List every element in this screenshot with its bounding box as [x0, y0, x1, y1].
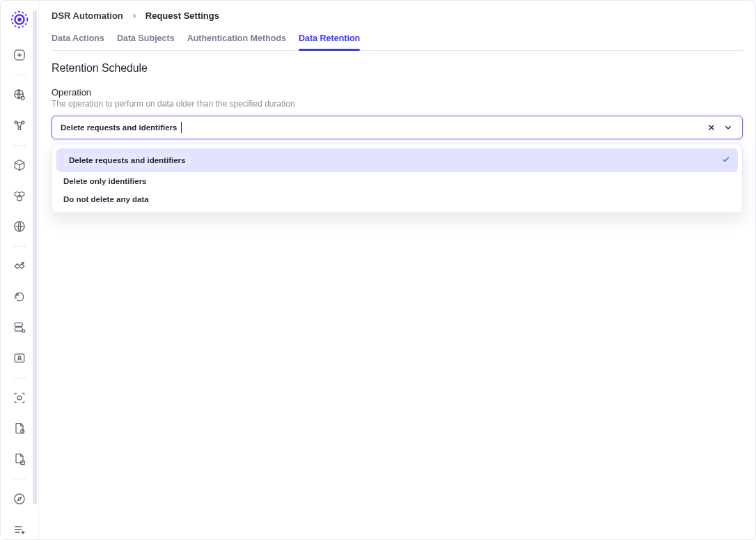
nav-compass-icon[interactable]: [10, 489, 29, 509]
nav-globe-gear-icon[interactable]: [10, 85, 29, 105]
svg-point-17: [17, 396, 22, 400]
chevron-right-icon: [130, 12, 139, 20]
sidebar: [1, 1, 38, 539]
nav-plus-icon[interactable]: [10, 45, 29, 65]
text-cursor: [181, 122, 182, 133]
operation-dropdown: Delete requests and identifiers Delete o…: [52, 144, 743, 213]
option-label: Delete only identifiers: [63, 177, 147, 185]
svg-point-16: [18, 356, 21, 359]
field-operation: Operation The operation to perform on da…: [52, 87, 743, 139]
tab-data-subjects[interactable]: Data Subjects: [117, 31, 175, 50]
app-logo[interactable]: [9, 9, 30, 30]
option-label: Delete requests and identifiers: [63, 153, 191, 167]
breadcrumb-parent[interactable]: DSR Automation: [52, 10, 123, 21]
svg-point-20: [15, 494, 24, 504]
nav-doc-check-icon[interactable]: [10, 419, 29, 438]
svg-point-14: [22, 330, 25, 332]
app-root: DSR Automation Request Settings Data Act…: [0, 0, 756, 540]
nav-server-gear-icon[interactable]: [10, 318, 29, 337]
nav-globe-icon[interactable]: [10, 217, 29, 236]
operation-combobox[interactable]: Delete requests and identifiers: [52, 116, 743, 139]
nav-scan-icon[interactable]: [10, 388, 29, 408]
option-delete-only-identifiers[interactable]: Delete only identifiers: [56, 172, 738, 190]
option-label: Do not delete any data: [63, 195, 149, 203]
check-icon: [721, 155, 731, 166]
tab-authentication-methods[interactable]: Authentication Methods: [187, 31, 286, 50]
field-label: Operation: [52, 87, 743, 98]
nav-id-card-icon[interactable]: [10, 348, 29, 368]
field-help: The operation to perform on data older t…: [52, 99, 743, 109]
nav-cube-icon[interactable]: [10, 155, 29, 175]
section-title: Retention Schedule: [52, 62, 743, 75]
chevron-down-icon[interactable]: [720, 119, 737, 136]
breadcrumb: DSR Automation Request Settings: [52, 10, 743, 21]
sidebar-scrollbar[interactable]: [33, 10, 37, 504]
svg-point-10: [22, 262, 24, 263]
nav-list-plus-icon[interactable]: [10, 520, 29, 539]
nav-refresh-icon[interactable]: [10, 287, 29, 307]
option-do-not-delete-any-data[interactable]: Do not delete any data: [56, 190, 738, 208]
main-content: DSR Automation Request Settings Data Act…: [38, 1, 755, 539]
svg-point-11: [16, 293, 18, 295]
operation-value: Delete requests and identifiers: [61, 123, 177, 132]
svg-point-18: [21, 430, 24, 433]
nav-network-icon[interactable]: [10, 116, 29, 135]
nav-cubes-icon[interactable]: [10, 186, 29, 206]
tab-data-retention[interactable]: Data Retention: [299, 31, 360, 50]
tab-data-actions[interactable]: Data Actions: [52, 31, 104, 50]
svg-point-2: [17, 17, 22, 22]
nav-handshake-icon[interactable]: [10, 256, 29, 276]
breadcrumb-current: Request Settings: [145, 10, 219, 21]
nav-doc-copy-icon[interactable]: [10, 449, 29, 469]
option-delete-requests-and-identifiers[interactable]: Delete requests and identifiers: [56, 148, 738, 172]
svg-rect-15: [15, 354, 24, 362]
tabs: Data Actions Data Subjects Authenticatio…: [52, 31, 743, 51]
svg-point-8: [18, 127, 21, 130]
svg-rect-13: [15, 327, 22, 331]
clear-icon[interactable]: [703, 119, 720, 136]
svg-rect-12: [15, 323, 22, 326]
